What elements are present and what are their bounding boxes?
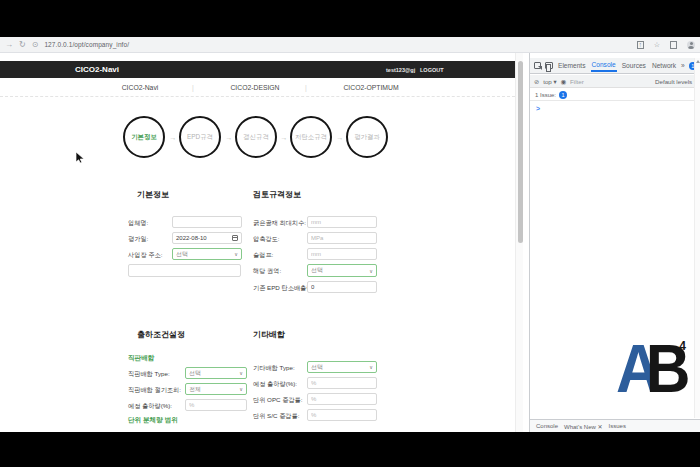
section-title-shipping-conditions: 출하조건설정 bbox=[137, 329, 185, 340]
page-scrollbar[interactable] bbox=[515, 53, 523, 432]
forward-icon[interactable]: → bbox=[5, 41, 13, 49]
logout-button[interactable]: LOGOUT bbox=[420, 67, 444, 73]
direct-mix-type-label: 직판배합 Type: bbox=[128, 370, 170, 379]
issues-bar[interactable]: 1 Issue: 1 bbox=[530, 89, 700, 101]
direct-mix-season-select[interactable]: 전체 ∨ bbox=[185, 383, 247, 395]
a4b-watermark-logo: A B 4 bbox=[616, 340, 698, 420]
compressive-strength-label: 압축강도: bbox=[253, 235, 279, 244]
direct-mix-type-select[interactable]: 선택 ∨ bbox=[185, 367, 247, 379]
bookmark-star-icon[interactable]: ☆ bbox=[654, 41, 660, 48]
calendar-icon[interactable] bbox=[232, 235, 238, 241]
devtools-tab-elements[interactable]: Elements bbox=[557, 60, 587, 71]
logged-in-user[interactable]: test123@gj bbox=[386, 67, 415, 73]
existing-epd-emission-input[interactable] bbox=[307, 281, 377, 293]
section-title-basic-info: 기본정보 bbox=[137, 189, 169, 200]
slump-input[interactable] bbox=[307, 248, 377, 260]
issues-label: 1 Issue: bbox=[535, 92, 556, 98]
devtools-tab-console[interactable]: Console bbox=[591, 59, 617, 72]
region-select[interactable]: 선택 ∨ bbox=[307, 264, 377, 277]
unit-sc-rate-label: 단위 S/C 증감률: bbox=[253, 412, 299, 421]
field-row: 기존 EPD 탄소배출량: bbox=[253, 281, 377, 294]
field-row: 예정 출하량(%): bbox=[128, 399, 247, 412]
step-basic-info[interactable]: 기본정보 bbox=[123, 116, 165, 158]
slump-label: 슬럼프: bbox=[253, 251, 273, 260]
planned-shipment-label: 예정 출하량(%): bbox=[128, 402, 172, 411]
company-name-label: 업체명: bbox=[128, 219, 148, 228]
step-arrow-icon: → bbox=[167, 134, 179, 141]
more-tabs-icon[interactable]: » bbox=[681, 62, 685, 69]
selected-value: 선택 bbox=[176, 250, 188, 259]
subheading-unit-powder-range: 단위 분체량 범위 bbox=[128, 416, 178, 425]
nav-separator: | bbox=[305, 84, 307, 91]
drawer-tab-console[interactable]: Console bbox=[536, 423, 558, 429]
max-aggregate-size-input[interactable] bbox=[307, 216, 377, 228]
planned-shipment-input[interactable] bbox=[185, 399, 247, 411]
scroll-up-arrow-icon[interactable] bbox=[696, 60, 700, 63]
clear-console-icon[interactable]: ⊘ bbox=[534, 78, 539, 85]
eye-icon[interactable]: ◉ bbox=[561, 78, 566, 85]
section-title-other-mix: 기타배합 bbox=[253, 329, 285, 340]
section-title-review-spec: 검토규격정보 bbox=[253, 189, 301, 200]
max-aggregate-size-label: 굵은골재 최대치수: bbox=[253, 219, 306, 228]
screenshot-stage: → ↻ ⊙ 127.0.0.1/opt/company_info/ ↑ ☆ CI… bbox=[0, 0, 700, 467]
step-evaluation-result[interactable]: 평가결과 bbox=[346, 116, 388, 158]
evaluation-date-value: 2022-08-10 bbox=[176, 235, 207, 241]
devtools-tab-network[interactable]: Network bbox=[651, 60, 677, 71]
unit-opc-rate-label: 단위 OPC 증감률: bbox=[253, 396, 303, 405]
company-name-input[interactable] bbox=[172, 216, 242, 228]
chevron-down-icon: ∨ bbox=[369, 268, 373, 274]
other-planned-shipment-label: 예정 출하량(%): bbox=[253, 380, 297, 389]
step-low-carbon-standard[interactable]: 저탄소규격 bbox=[290, 116, 332, 158]
field-row: 사업장 주소: 선택 ∨ bbox=[128, 248, 242, 261]
field-row: 예정 출하량(%): bbox=[253, 377, 377, 390]
selected-value: 전체 bbox=[189, 385, 201, 394]
selected-value: 선택 bbox=[189, 369, 201, 378]
issues-badge: 1 bbox=[559, 91, 567, 99]
chevron-down-icon: ∨ bbox=[234, 251, 238, 257]
reload-icon[interactable]: ↻ bbox=[19, 41, 26, 49]
mouse-cursor bbox=[76, 152, 85, 164]
nav-separator: | bbox=[192, 84, 194, 91]
field-row: 평가일: 2022-08-10 bbox=[128, 232, 242, 245]
app-brand[interactable]: CICO2-Navi bbox=[75, 65, 119, 74]
drawer-tab-issues[interactable]: Issues bbox=[609, 423, 626, 429]
step-label: 기본정보 bbox=[131, 133, 157, 142]
inspect-element-icon[interactable] bbox=[534, 62, 541, 69]
nav-tab-cico2-navi[interactable]: CICO2-Navi bbox=[100, 84, 180, 91]
console-prompt[interactable]: > bbox=[536, 105, 540, 112]
address-url[interactable]: 127.0.0.1/opt/company_info/ bbox=[44, 41, 129, 48]
compressive-strength-input[interactable] bbox=[307, 232, 377, 244]
step-renewal-standard[interactable]: 갱신규격 bbox=[235, 116, 277, 158]
address-detail-input[interactable] bbox=[128, 264, 241, 277]
workplace-address-select[interactable]: 선택 ∨ bbox=[172, 248, 242, 260]
browser-url-bar: → ↻ ⊙ 127.0.0.1/opt/company_info/ ↑ ☆ bbox=[0, 37, 700, 53]
share-icon[interactable]: ↑ bbox=[637, 41, 644, 49]
nav-tab-cico2-design[interactable]: CICO2-DESIGN bbox=[210, 84, 300, 91]
app-header-bar: CICO2-Navi test123@gj LOGOUT bbox=[0, 61, 515, 78]
evaluation-date-input[interactable]: 2022-08-10 bbox=[172, 232, 242, 244]
devtools-tabbar: Elements Console Sources Network » 1 ⚙ ⋮ bbox=[530, 58, 700, 74]
profile-avatar-icon[interactable] bbox=[687, 41, 695, 49]
scrollbar-thumb[interactable] bbox=[518, 61, 523, 243]
existing-epd-emission-label: 기존 EPD 탄소배출량: bbox=[253, 284, 314, 293]
step-arrow-icon: → bbox=[223, 134, 235, 141]
unit-opc-rate-input[interactable] bbox=[307, 393, 377, 405]
site-info-icon[interactable]: ⊙ bbox=[32, 41, 39, 49]
console-context-dropdown[interactable]: top ▾ bbox=[543, 78, 556, 85]
extensions-icon[interactable] bbox=[670, 41, 677, 49]
field-row: 기타배합 Type: 선택 ∨ bbox=[253, 361, 377, 374]
unit-sc-rate-input[interactable] bbox=[307, 409, 377, 421]
devtools-tab-sources[interactable]: Sources bbox=[621, 60, 647, 71]
selected-value: 선택 bbox=[311, 266, 323, 275]
step-arrow-icon: → bbox=[278, 134, 290, 141]
device-toolbar-icon[interactable] bbox=[545, 62, 553, 69]
step-epd-standard[interactable]: EPD규격 bbox=[179, 116, 221, 158]
other-planned-shipment-input[interactable] bbox=[307, 377, 377, 389]
drawer-tab-whats-new[interactable]: What's New ✕ bbox=[564, 423, 603, 430]
nav-tab-cico2-optimum[interactable]: CICO2-OPTIMUM bbox=[322, 84, 420, 91]
step-arrow-icon: → bbox=[334, 134, 346, 141]
console-filter-input[interactable]: Filter bbox=[570, 78, 584, 85]
other-mix-type-select[interactable]: 선택 ∨ bbox=[307, 361, 377, 373]
log-levels-dropdown[interactable]: Default levels ▾ bbox=[655, 78, 697, 85]
step-label: EPD규격 bbox=[187, 133, 213, 142]
